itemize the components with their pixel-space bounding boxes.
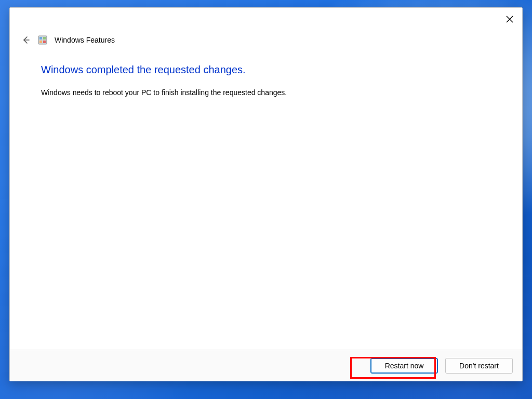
dont-restart-button[interactable]: Don't restart xyxy=(445,358,513,374)
back-button[interactable] xyxy=(20,35,31,45)
desktop-background: Windows Features Windows completed the r… xyxy=(0,0,532,399)
arrow-left-icon xyxy=(21,35,30,45)
svg-rect-4 xyxy=(39,37,42,39)
dialog-footer: Restart now Don't restart xyxy=(10,350,522,381)
windows-features-icon xyxy=(38,35,47,45)
svg-rect-7 xyxy=(43,41,46,43)
close-icon xyxy=(506,16,513,23)
close-button[interactable] xyxy=(502,12,517,26)
dialog-title: Windows Features xyxy=(55,36,115,44)
svg-rect-5 xyxy=(43,37,46,39)
status-heading: Windows completed the requested changes. xyxy=(41,64,491,76)
titlebar xyxy=(10,8,522,29)
header-row: Windows Features xyxy=(10,29,522,49)
windows-features-dialog: Windows Features Windows completed the r… xyxy=(9,7,523,381)
status-body: Windows needs to reboot your PC to finis… xyxy=(41,87,491,98)
svg-rect-6 xyxy=(39,41,42,43)
dialog-content: Windows completed the requested changes.… xyxy=(10,49,522,350)
restart-now-button[interactable]: Restart now xyxy=(370,358,438,374)
